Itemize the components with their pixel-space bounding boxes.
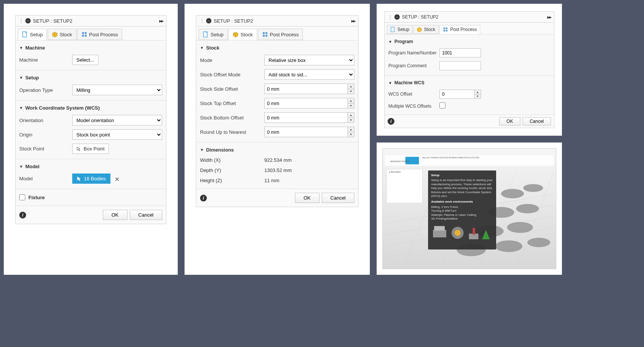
collapse-icon[interactable] <box>206 18 211 23</box>
label-depth: Depth (Y) <box>200 167 264 173</box>
wcs-offset-input[interactable] <box>439 90 474 99</box>
tab-stock[interactable]: Stock <box>413 25 439 34</box>
machine-select-button[interactable]: Select... <box>72 55 98 65</box>
label-wcs-offset: WCS Offset <box>388 91 439 97</box>
tab-setup[interactable]: Setup <box>199 29 228 40</box>
ok-button[interactable]: OK <box>295 193 320 203</box>
operation-type-select[interactable]: Milling <box>72 85 162 95</box>
panel-header: ⋮ SETUP : SETUP2 ▸▸ <box>196 15 358 26</box>
tooltip-env4: 3D Printing/Additive <box>431 217 493 221</box>
top-offset-input[interactable] <box>264 98 348 108</box>
spinner-buttons[interactable]: ▲▼ <box>348 84 354 94</box>
tab-stock[interactable]: Stock <box>228 29 257 40</box>
svg-rect-1 <box>82 32 84 34</box>
program-comment-input[interactable] <box>439 61 481 70</box>
svg-point-33 <box>507 222 533 233</box>
box-point-button[interactable]: Box Point <box>72 144 109 154</box>
offset-mode-select[interactable]: Add stock to sid... <box>264 69 354 80</box>
info-icon[interactable]: i <box>200 195 207 201</box>
stock-tab-icon <box>52 31 58 37</box>
collapse-icon[interactable] <box>25 18 31 23</box>
svg-rect-37 <box>386 169 422 203</box>
tab-stock[interactable]: Stock <box>48 29 76 40</box>
tab-post[interactable]: Post Process <box>77 29 123 40</box>
tab-label: Stock <box>60 32 72 37</box>
section-dimensions[interactable]: ▼Dimensions <box>200 146 354 155</box>
label-side-offset: Stock Side Offset <box>200 86 264 92</box>
tabs: Setup Stock Post Process <box>385 23 554 34</box>
svg-rect-15 <box>385 149 554 155</box>
forward-icon[interactable]: ▸▸ <box>547 14 551 20</box>
section-model[interactable]: ▼Model <box>19 162 162 172</box>
drag-handle-icon[interactable]: ⋮ <box>199 18 205 24</box>
round-input[interactable] <box>264 127 348 137</box>
drag-handle-icon[interactable]: ⋮ <box>19 18 24 24</box>
bottom-offset-input[interactable] <box>264 112 348 123</box>
tab-label: Stock <box>424 27 435 32</box>
section-machine[interactable]: ▼Machine <box>19 43 162 53</box>
spinner-buttons[interactable]: ▲▼ <box>474 90 481 99</box>
cancel-button[interactable]: Cancel <box>130 210 162 220</box>
svg-rect-39 <box>433 230 446 237</box>
setup-tab-icon <box>390 27 396 32</box>
svg-rect-6 <box>263 32 265 34</box>
spinner-buttons[interactable]: ▲▼ <box>348 112 354 123</box>
tab-label: Post Process <box>270 32 299 37</box>
mode-select[interactable]: Relative size box <box>264 55 354 65</box>
section-machine-wcs[interactable]: ▼Machine WCS <box>388 79 550 88</box>
info-icon[interactable]: i <box>19 212 26 218</box>
collapse-icon[interactable] <box>394 14 400 20</box>
origin-select[interactable]: Stock box point <box>72 129 162 140</box>
svg-text:MANUFACTURE ▾: MANUFACTURE ▾ <box>390 160 409 163</box>
drag-handle-icon[interactable]: ⋮ <box>388 14 393 20</box>
tabs: Setup Stock Post Process <box>16 26 166 40</box>
tooltip-env2: Turning & Mill/Turn <box>431 209 493 213</box>
spinner-buttons[interactable]: ▲▼ <box>348 98 354 108</box>
cursor-icon <box>77 176 82 181</box>
stock-tab-icon <box>233 31 239 37</box>
svg-point-36 <box>528 238 550 247</box>
label-bottom-offset: Stock Bottom Offset <box>200 115 264 121</box>
forward-icon[interactable]: ▸▸ <box>351 18 355 24</box>
panel-title: SETUP : SETUP2 <box>214 18 351 24</box>
label-stock-point: Stock Point <box>19 146 72 152</box>
panel-title: SETUP : SETUP2 <box>33 18 159 24</box>
stock-tab-icon <box>417 27 422 32</box>
panel-header: ⋮ SETUP : SETUP2 ▸▸ <box>385 12 554 23</box>
setup-panel-3: ⋮ SETUP : SETUP2 ▸▸ Setup Stock Post Pro… <box>384 11 554 128</box>
program-name-input[interactable] <box>439 48 481 57</box>
cancel-button[interactable]: Cancel <box>523 117 551 125</box>
section-program[interactable]: ▼Program <box>388 37 550 46</box>
label-offset-mode: Stock Offset Mode <box>200 72 264 77</box>
ok-button[interactable]: OK <box>103 210 127 220</box>
info-icon[interactable]: i <box>388 118 394 125</box>
side-offset-input[interactable] <box>264 84 348 94</box>
fixture-checkbox[interactable] <box>19 194 25 200</box>
cancel-button[interactable]: Cancel <box>322 193 354 203</box>
remove-selection-icon[interactable]: ✕ <box>115 176 119 183</box>
tab-label: Post Process <box>89 32 118 37</box>
orientation-select[interactable]: Model orientation <box>72 115 162 125</box>
spinner-buttons[interactable]: ▲▼ <box>348 127 354 137</box>
multi-wcs-checkbox[interactable] <box>439 102 445 108</box>
tab-setup[interactable]: Setup <box>387 25 413 34</box>
section-setup[interactable]: ▼Setup <box>19 73 162 83</box>
tooltip-thumbnails <box>431 222 492 245</box>
svg-point-28 <box>501 189 524 198</box>
cursor-icon <box>76 146 82 152</box>
tab-setup[interactable]: Setup <box>18 29 47 40</box>
setup-tab-icon <box>203 31 209 37</box>
tab-post[interactable]: Post Process <box>258 29 303 40</box>
svg-rect-10 <box>391 27 394 32</box>
section-stock[interactable]: ▼Stock <box>200 43 354 53</box>
svg-rect-11 <box>444 28 445 29</box>
forward-icon[interactable]: ▸▸ <box>159 18 163 24</box>
tab-post[interactable]: Post Process <box>439 25 480 34</box>
tooltip-body: Setup is an important first step in star… <box>431 178 493 198</box>
post-tab-icon <box>262 31 268 37</box>
section-wcs[interactable]: ▼Work Coordinate System (WCS) <box>19 104 162 113</box>
fusion360-viewport[interactable]: MANUFACTURE ▾ MILLING TURNING ADDITIVE P… <box>382 148 556 269</box>
svg-rect-40 <box>434 226 445 231</box>
model-bodies-selection[interactable]: 16 Bodies <box>72 174 110 184</box>
ok-button[interactable]: OK <box>499 117 520 125</box>
